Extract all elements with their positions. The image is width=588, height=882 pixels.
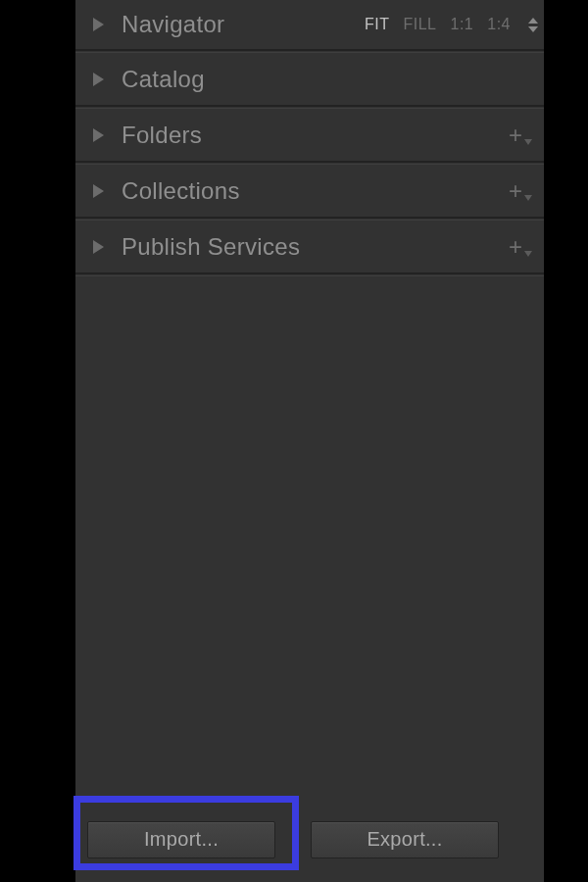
disclosure-triangle-icon [93,128,104,142]
panel-collections-title: Collections [122,177,509,205]
zoom-fill[interactable]: FILL [403,16,436,33]
dropdown-triangle-icon [524,251,532,257]
zoom-stepper-icon[interactable] [528,18,538,32]
plus-icon: + [509,179,522,203]
panel-catalog-header[interactable]: Catalog [75,53,544,105]
panel-navigator-title: Navigator [122,11,365,38]
panel-folders-header[interactable]: Folders + [75,109,544,161]
left-empty-strip [0,0,75,882]
panel-navigator-header[interactable]: Navigator FIT FILL 1:1 1:4 [75,0,544,49]
export-button[interactable]: Export... [311,821,499,858]
right-empty-strip [544,0,588,882]
add-publish-service-button[interactable]: + [509,235,544,259]
left-side-panel: Navigator FIT FILL 1:1 1:4 Catalog [0,0,588,882]
zoom-1-1[interactable]: 1:1 [451,16,474,33]
disclosure-triangle-icon [93,184,104,198]
panel-catalog-title: Catalog [122,66,544,93]
plus-icon: + [509,235,522,259]
panel-container: Navigator FIT FILL 1:1 1:4 Catalog [75,0,544,882]
footer-buttons: Import... Export... [75,797,544,882]
zoom-fit[interactable]: FIT [365,16,390,33]
disclosure-triangle-icon [93,18,104,31]
navigator-zoom-options: FIT FILL 1:1 1:4 [365,16,544,33]
empty-space [75,276,544,882]
panel-publish-header[interactable]: Publish Services + [75,220,544,272]
zoom-1-4[interactable]: 1:4 [487,16,511,33]
add-folder-button[interactable]: + [509,123,544,147]
disclosure-triangle-icon [93,73,104,86]
dropdown-triangle-icon [524,195,532,201]
disclosure-triangle-icon [93,240,104,254]
dropdown-triangle-icon [524,139,532,145]
panel-collections-header[interactable]: Collections + [75,165,544,217]
import-button[interactable]: Import... [87,821,275,858]
panel-publish-title: Publish Services [122,233,509,261]
panel-stack: Navigator FIT FILL 1:1 1:4 Catalog [75,0,544,276]
add-collection-button[interactable]: + [509,179,544,203]
panel-folders-title: Folders [122,122,509,149]
plus-icon: + [509,123,522,147]
